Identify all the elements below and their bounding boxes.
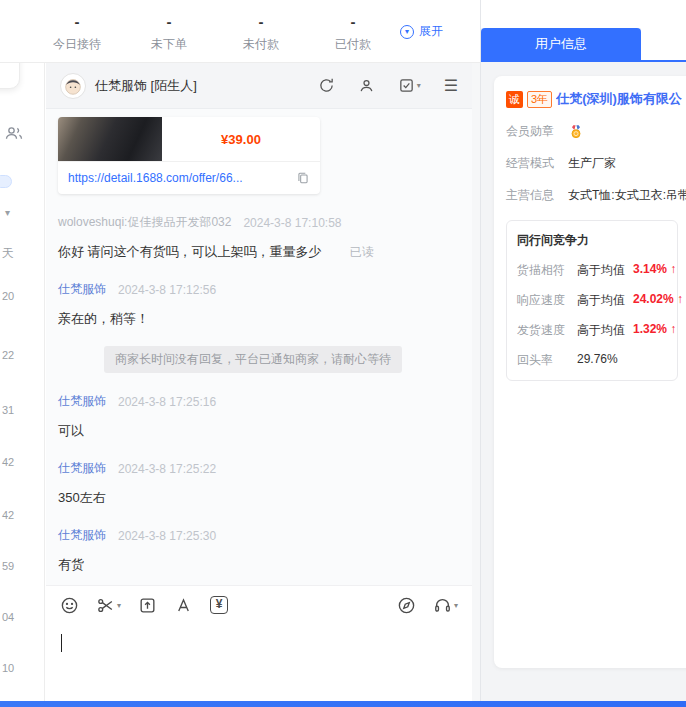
refresh-icon[interactable]	[318, 77, 335, 94]
quick-phrase-icon[interactable]	[174, 596, 193, 615]
conversation-time-fragment[interactable]: 04	[2, 611, 14, 623]
field-label: 经营模式	[506, 155, 558, 172]
chevron-down-icon: ▾	[454, 601, 458, 610]
composer: ▾ ¥	[46, 585, 472, 701]
comp-row-shipping-speed: 发货速度 高于均值 1.32% ↑	[517, 322, 667, 339]
conversation-time-fragment[interactable]: 59	[2, 560, 14, 572]
message-time: 2024-3-8 17:12:56	[118, 283, 216, 297]
product-price: ¥39.00	[221, 132, 261, 147]
info-row-main-products: 主营信息 女式T恤:女式卫衣:吊带	[506, 187, 686, 204]
headset-transfer-icon[interactable]: ▾	[433, 596, 458, 615]
message-sender: woloveshuqi:促佳搜品开发部032	[58, 214, 231, 231]
message-text: 有货	[58, 556, 84, 574]
message-sender: 仕梵服饰	[58, 281, 106, 298]
stat-label: 未下单	[144, 36, 194, 53]
conversation-time-fragment[interactable]: 31	[2, 404, 14, 416]
chevron-down-icon: ▾	[400, 25, 414, 39]
message-list: ¥39.00 https://detail.1688.com/offer/66.…	[46, 109, 472, 585]
product-card[interactable]: ¥39.00 https://detail.1688.com/offer/66.…	[58, 117, 320, 194]
checkbox-dropdown-icon[interactable]: ▾	[398, 77, 421, 94]
stat-value: -	[144, 13, 194, 31]
conversation-rail: ▾ 天 20 22 31 42 42 59 04 10	[0, 63, 45, 701]
composer-toolbar: ▾ ¥	[46, 586, 472, 624]
comp-row-description-match: 货描相符 高于均值 3.14% ↑	[517, 262, 667, 279]
contacts-icon[interactable]	[4, 123, 24, 143]
chat-column: 仕梵服饰 [陌生人] ▾ ☰	[46, 63, 472, 701]
stat-label: 未付款	[236, 36, 286, 53]
toggle-pill[interactable]	[0, 175, 12, 188]
chevron-down-icon: ▾	[117, 601, 121, 610]
conversation-time-fragment[interactable]: 10	[2, 662, 14, 674]
stat-value: -	[328, 13, 378, 31]
field-label: 会员勋章	[506, 123, 558, 140]
message-input[interactable]	[46, 624, 472, 700]
copy-icon[interactable]	[296, 171, 310, 185]
message-time: 2024-3-8 17:25:16	[118, 395, 216, 409]
competitiveness-title: 同行间竞争力	[517, 232, 667, 249]
chat-message: 仕梵服饰 2024-3-8 17:25:16 可以	[58, 393, 460, 440]
message-time: 2024-3-8 17:25:22	[118, 462, 216, 476]
bottom-accent-bar	[0, 701, 686, 707]
emoji-icon[interactable]	[60, 596, 79, 615]
message-text: 亲在的，稍等！	[58, 310, 149, 328]
compass-icon[interactable]	[397, 596, 416, 615]
stat-value: -	[52, 13, 102, 31]
conversation-time-fragment[interactable]: 42	[2, 509, 14, 521]
product-image[interactable]	[58, 117, 162, 161]
stat-label: 已付款	[328, 36, 378, 53]
image-upload-icon[interactable]	[138, 596, 157, 615]
comp-row-response-speed: 响应速度 高于均值 24.02% ↑	[517, 292, 667, 309]
message-time: 2024-3-8 17:10:58	[243, 216, 341, 230]
stat-not-ordered: - 未下单	[144, 13, 194, 53]
expand-label: 展开	[419, 23, 443, 40]
read-status: 已读	[350, 244, 374, 261]
medal-icon	[568, 124, 584, 140]
stat-label: 今日接待	[52, 36, 102, 53]
screenshot-scissors-icon[interactable]: ▾	[96, 596, 121, 615]
menu-icon[interactable]: ☰	[444, 76, 458, 95]
stat-paid: - 已付款	[328, 13, 378, 53]
field-value: 女式T恤:女式卫衣:吊带	[568, 187, 686, 204]
message-sender: 仕梵服饰	[58, 393, 106, 410]
peer-name: 仕梵服饰 [陌生人]	[95, 77, 197, 95]
tab-user-info[interactable]: 用户信息	[481, 28, 641, 60]
field-label: 主营信息	[506, 187, 558, 204]
chat-scrollbar[interactable]	[472, 63, 480, 701]
chat-message: 仕梵服饰 2024-3-8 17:12:56 亲在的，稍等！	[58, 281, 460, 328]
cert-badge: 诚	[506, 91, 523, 108]
company-row: 诚 3年 仕梵(深圳)服饰有限公	[506, 90, 686, 108]
company-name[interactable]: 仕梵(深圳)服饰有限公	[556, 90, 682, 108]
stat-today-reception: - 今日接待	[52, 13, 102, 53]
user-info-card: 诚 3年 仕梵(深圳)服饰有限公 会员勋章 经营模式 生产厂家	[494, 76, 686, 668]
comp-value: 29.76%	[577, 352, 618, 369]
conversation-time-fragment[interactable]: 20	[2, 290, 14, 302]
comp-value-red: 24.02% ↑	[633, 292, 683, 309]
chat-message: 仕梵服饰 2024-3-8 17:25:22 350左右	[58, 460, 460, 507]
conversation-time-fragment[interactable]: 天	[2, 245, 14, 262]
product-link[interactable]: https://detail.1688.com/offer/66...	[68, 171, 288, 185]
message-sender: 仕梵服饰	[58, 460, 106, 477]
message-time: 2024-3-8 17:25:30	[118, 529, 216, 543]
message-text: 350左右	[58, 489, 106, 507]
comp-value-red: 3.14% ↑	[633, 262, 676, 279]
user-info-panel: 用户信息 诚 3年 仕梵(深圳)服饰有限公 会员勋章	[481, 0, 686, 707]
info-row-business-model: 经营模式 生产厂家	[506, 155, 686, 172]
stat-unpaid: - 未付款	[236, 13, 286, 53]
conversation-time-fragment[interactable]: 22	[2, 349, 14, 361]
chat-message: 仕梵服饰 2024-3-8 17:25:30 有货	[58, 527, 460, 574]
competitiveness-box: 同行间竞争力 货描相符 高于均值 3.14% ↑ 响应速度 高于均值 24.02…	[506, 220, 678, 381]
system-notice: 商家长时间没有回复，平台已通知商家，请耐心等待	[104, 346, 402, 373]
transaction-yen-icon[interactable]: ¥	[210, 596, 228, 614]
avatar[interactable]	[60, 73, 86, 99]
comp-value-red: 1.32% ↑	[633, 322, 676, 339]
field-value: 生产厂家	[568, 155, 616, 172]
info-row-medal: 会员勋章	[506, 123, 686, 140]
contact-card-icon[interactable]	[358, 77, 375, 94]
expand-button[interactable]: ▾ 展开	[400, 23, 443, 40]
message-text: 你好 请问这个有货吗，可以上架吗，重量多少	[58, 243, 322, 261]
comp-row-return-rate: 回头率 29.76%	[517, 352, 667, 369]
app-window: - 今日接待 - 未下单 - 未付款 - 已付款 ▾ 展开	[0, 0, 686, 707]
conversation-time-fragment[interactable]: 42	[2, 456, 14, 468]
chevron-down-icon[interactable]: ▾	[5, 207, 10, 218]
topbar: - 今日接待 - 未下单 - 未付款 - 已付款 ▾ 展开	[0, 0, 481, 63]
